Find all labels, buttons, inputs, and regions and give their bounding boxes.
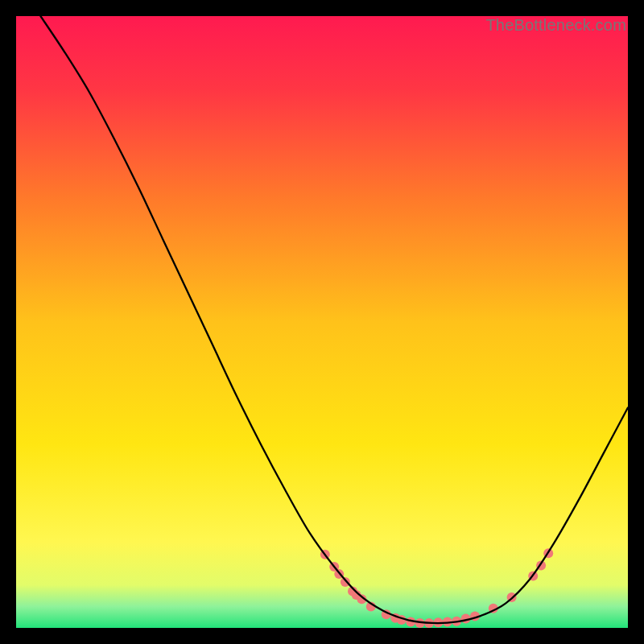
gradient-background — [16, 16, 628, 628]
bottleneck-chart — [16, 16, 628, 628]
watermark-text: TheBottleneck.com — [485, 16, 626, 35]
chart-frame: TheBottleneck.com — [16, 16, 628, 628]
